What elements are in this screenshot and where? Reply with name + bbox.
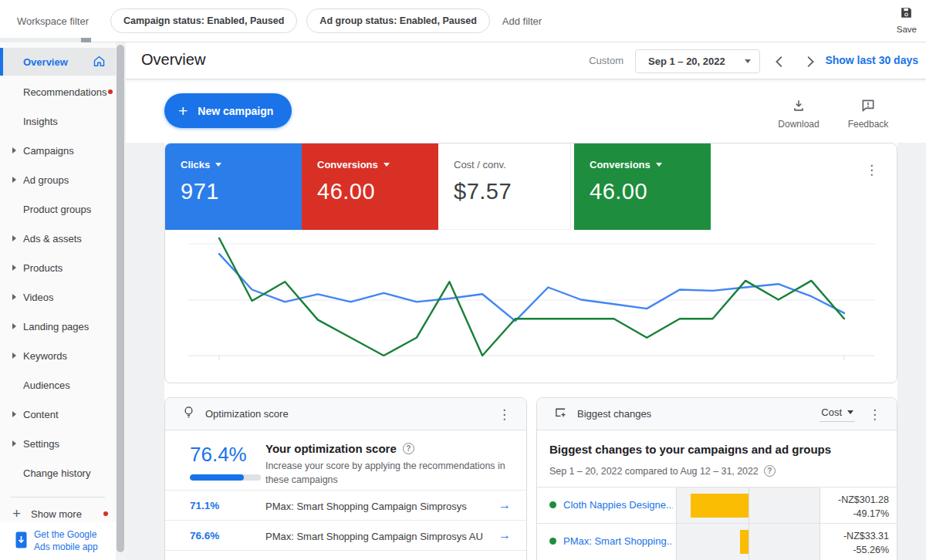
- sidebar-item-settings[interactable]: Settings: [0, 429, 116, 458]
- panel-menu-kebab-icon[interactable]: ⋮: [868, 408, 881, 421]
- panel-menu-kebab-icon[interactable]: ⋮: [498, 408, 511, 421]
- lightbulb-icon: [182, 406, 195, 422]
- download-button[interactable]: Download: [774, 98, 823, 130]
- arrow-right-icon[interactable]: →: [498, 528, 511, 542]
- show-last-30-days-link[interactable]: Show last 30 days: [825, 54, 918, 66]
- page-title: Overview: [141, 51, 205, 69]
- optimization-description: Increase your score by applying the reco…: [265, 460, 525, 487]
- chevron-down-icon: [847, 410, 853, 414]
- status-enabled-dot: [549, 501, 556, 508]
- sidebar-item-change-history[interactable]: Change history: [0, 458, 116, 487]
- scrollbar-thumb[interactable]: [81, 38, 91, 42]
- optimization-title: Your optimization score: [265, 442, 397, 455]
- feedback-icon: [860, 98, 876, 116]
- sidebar-item-audiences[interactable]: Audiences: [0, 370, 116, 400]
- scorecard-value: 46.00: [317, 179, 438, 204]
- mobile-app-label: Get the GoogleAds mobile app: [34, 529, 98, 553]
- panel-header: Biggest changes Cost ⋮: [537, 398, 897, 430]
- chevron-down-icon[interactable]: [215, 163, 221, 167]
- next-period-button[interactable]: [801, 53, 818, 70]
- scorecard-conversions-2[interactable]: Conversions 46.00: [574, 143, 711, 230]
- campaign-link[interactable]: Cloth Nappies Designe...: [549, 499, 673, 511]
- date-range-selector[interactable]: Sep 1 – 20, 2022: [635, 49, 760, 73]
- content-left-margin: [126, 143, 164, 560]
- top-filter-bar: Workspace filter Campaign status: Enable…: [0, 0, 926, 42]
- mobile-app-link[interactable]: Get the GoogleAds mobile app: [0, 522, 116, 560]
- ad-group-status-filter-chip[interactable]: Ad group status: Enabled, Paused: [306, 8, 490, 33]
- campaign-link[interactable]: PMax: Smart Shopping...: [549, 535, 673, 547]
- expand-arrow-icon: [12, 294, 16, 300]
- sidebar-item-landing-pages[interactable]: Landing pages: [0, 312, 116, 341]
- feedback-button[interactable]: Feedback: [843, 98, 893, 130]
- sidebar-item-product-groups[interactable]: Product groups: [0, 194, 116, 224]
- save-icon: [899, 5, 914, 23]
- optimization-row[interactable]: 71.1% PMax: Smart Shopping Campaign Simp…: [165, 490, 526, 520]
- plus-icon: +: [178, 102, 188, 120]
- change-bar: [740, 530, 749, 554]
- chevron-down-icon[interactable]: [384, 163, 390, 167]
- expand-arrow-icon: [12, 440, 16, 447]
- sidebar-item-recommendations[interactable]: Recommendations: [0, 77, 116, 106]
- change-values: -NZ$301.28-49.17%: [838, 493, 889, 521]
- expand-arrow-icon: [12, 323, 16, 329]
- sidebar-scrollbar-track[interactable]: [116, 42, 126, 560]
- sidebar-item-keywords[interactable]: Keywords: [0, 341, 116, 370]
- scorecard-clicks[interactable]: Clicks 971: [165, 143, 302, 230]
- navigation-sidebar: Overview Recommendations Insights Campai…: [0, 42, 116, 560]
- arrow-right-icon[interactable]: →: [498, 498, 511, 512]
- new-campaign-button[interactable]: + New campaign: [164, 93, 292, 128]
- change-bar: [691, 494, 749, 518]
- campaign-status-filter-chip[interactable]: Campaign status: Enabled, Paused: [110, 8, 297, 33]
- workspace-filter-label: Workspace filter: [17, 15, 89, 27]
- google-ads-overview-page: Workspace filter Campaign status: Enable…: [0, 0, 926, 560]
- nav-list: Overview Recommendations Insights Campai…: [0, 42, 116, 487]
- page-header: Overview Custom Sep 1 – 20, 2022 Show la…: [126, 42, 926, 79]
- scorecard-conversions[interactable]: Conversions 46.00: [302, 143, 438, 230]
- optimization-progress-fill: [190, 474, 244, 481]
- sidebar-scrollbar-thumb[interactable]: [117, 45, 124, 552]
- filter-chips: Campaign status: Enabled, Paused Ad grou…: [110, 8, 490, 33]
- optimization-row[interactable]: 76.6% PMax: Smart Shopping Campaign Simp…: [165, 520, 526, 550]
- sidebar-horizontal-scrollbar[interactable]: [0, 38, 91, 42]
- optimization-rows: 71.1% PMax: Smart Shopping Campaign Simp…: [165, 490, 526, 560]
- save-button[interactable]: Save: [897, 5, 917, 34]
- notification-dot: [108, 89, 113, 94]
- change-values: -NZ$33.31-55.26%: [843, 529, 889, 557]
- notification-dot: [103, 511, 108, 516]
- comparison-period-text: Sep 1 – 20, 2022 compared to Aug 12 – 31…: [549, 465, 776, 477]
- sidebar-item-content[interactable]: Content: [0, 400, 116, 429]
- expand-arrow-icon: [12, 265, 16, 271]
- chevron-down-icon[interactable]: [656, 163, 662, 167]
- biggest-changes-table: Cloth Nappies Designe... -NZ$301.28-49.1…: [537, 487, 897, 559]
- help-icon[interactable]: ?: [403, 443, 414, 454]
- home-icon: [93, 55, 106, 70]
- change-bar-zone: [676, 487, 820, 524]
- sidebar-item-ad-groups[interactable]: Ad groups: [0, 165, 116, 194]
- chevron-down-icon: [745, 59, 751, 63]
- bar-axis-line: [749, 487, 749, 524]
- add-filter-button[interactable]: Add filter: [502, 15, 542, 27]
- sidebar-item-insights[interactable]: Insights: [0, 106, 116, 136]
- plus-icon: +: [12, 505, 21, 522]
- metric-selector-dropdown[interactable]: Cost: [820, 407, 855, 422]
- expand-arrow-icon: [12, 235, 16, 241]
- sidebar-item-videos[interactable]: Videos: [0, 282, 116, 312]
- biggest-changes-panel: Biggest changes Cost ⋮ Biggest changes t…: [536, 397, 897, 560]
- panel-header: Optimization score ⋮: [165, 398, 526, 430]
- sidebar-item-overview[interactable]: Overview: [0, 48, 116, 76]
- help-icon[interactable]: ?: [764, 465, 776, 477]
- previous-period-button[interactable]: [772, 53, 789, 70]
- sidebar-item-ads-assets[interactable]: Ads & assets: [0, 224, 116, 253]
- date-mode-label: Custom: [589, 55, 624, 66]
- sidebar-divider: [11, 497, 105, 498]
- scorecard-value: $7.57: [454, 179, 570, 204]
- panel-title: Optimization score: [205, 408, 289, 420]
- sidebar-item-campaigns[interactable]: Campaigns: [0, 136, 116, 165]
- mobile-phone-icon: [15, 531, 27, 552]
- overview-performance-card: Clicks 971 Conversions 46.00 Cost / conv…: [164, 143, 897, 383]
- change-bar-zone: [676, 524, 820, 560]
- optimization-row[interactable]: 91.5% NZ Camp - like Keywords bath doubl…: [165, 550, 526, 560]
- card-menu-kebab-icon[interactable]: ⋮: [865, 164, 878, 177]
- sidebar-item-products[interactable]: Products: [0, 253, 116, 282]
- overview-chart: [165, 230, 897, 383]
